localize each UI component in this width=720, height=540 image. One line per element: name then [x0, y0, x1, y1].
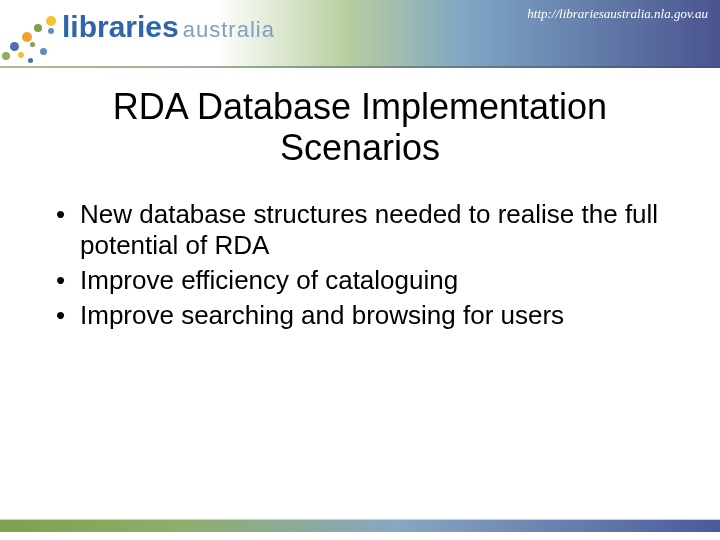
header-banner: librariesaustralia http://librariesaustr… — [0, 0, 720, 68]
bullet-item: New database structures needed to realis… — [52, 199, 680, 261]
bullet-list: New database structures needed to realis… — [52, 199, 680, 332]
slide-title: RDA Database Implementation Scenarios — [50, 86, 670, 169]
footer-bar — [0, 520, 720, 532]
logo-text: librariesaustralia — [62, 10, 275, 44]
header-url: http://librariesaustralia.nla.gov.au — [527, 6, 708, 22]
logo-sub-word: australia — [183, 17, 275, 42]
banner-underline — [0, 66, 720, 68]
bullet-item: Improve efficiency of cataloguing — [52, 265, 680, 296]
logo-main-word: libraries — [62, 10, 179, 43]
logo-dots — [0, 14, 70, 68]
bullet-item: Improve searching and browsing for users — [52, 300, 680, 331]
